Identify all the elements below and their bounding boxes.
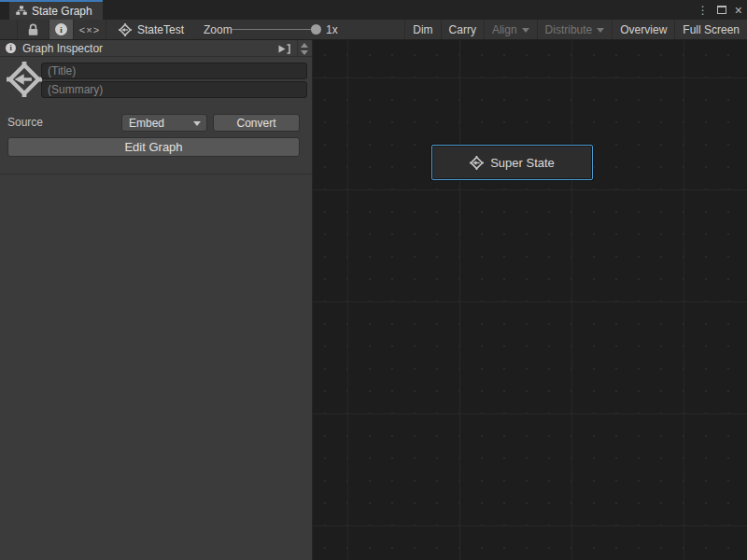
align-button[interactable]: Align xyxy=(484,20,537,39)
dim-button[interactable]: Dim xyxy=(404,20,440,39)
inspector-header: i Graph Inspector xyxy=(0,40,312,57)
graph-canvas[interactable]: Super State xyxy=(313,40,747,560)
expand-to-window-icon xyxy=(277,44,291,54)
distribute-button[interactable]: Distribute xyxy=(537,20,613,39)
zoom-label: Zoom xyxy=(204,20,233,39)
arrow-up-icon[interactable] xyxy=(301,43,308,48)
node-label: Super State xyxy=(490,156,555,170)
dock-panel-button[interactable] xyxy=(275,42,292,55)
overview-button[interactable]: Overview xyxy=(612,20,674,39)
tab-state-graph[interactable]: State Graph xyxy=(9,2,103,20)
source-label: Source xyxy=(7,116,43,129)
inspector-divider xyxy=(0,174,313,175)
carry-label: Carry xyxy=(449,23,476,36)
zoom-slider[interactable] xyxy=(232,20,319,39)
zoom-value: 1x xyxy=(326,20,338,39)
state-machine-icon xyxy=(119,23,132,36)
edit-graph-label: Edit Graph xyxy=(124,140,182,154)
toolbar-right-group: Dim Carry Align Distribute Overview Full… xyxy=(404,20,747,39)
info-icon: i xyxy=(55,23,67,35)
overview-label: Overview xyxy=(620,23,667,36)
chevron-down-icon xyxy=(597,28,604,33)
state-graph-window: State Graph ⋮ × i <×> xyxy=(0,0,747,560)
graph-inspector-panel: i Graph Inspector Source xyxy=(0,40,313,560)
full-screen-button[interactable]: Full Screen xyxy=(674,20,747,39)
state-machine-icon xyxy=(470,156,484,170)
convert-button[interactable]: Convert xyxy=(213,114,300,132)
source-dropdown[interactable]: Embed xyxy=(121,114,207,132)
graph-name: StateTest xyxy=(137,23,184,36)
dim-label: Dim xyxy=(413,23,432,36)
close-icon[interactable]: × xyxy=(735,4,742,17)
convert-label: Convert xyxy=(236,117,275,130)
align-label: Align xyxy=(492,23,517,36)
carry-button[interactable]: Carry xyxy=(441,20,484,39)
window-controls: ⋮ × xyxy=(698,0,742,20)
full-screen-label: Full Screen xyxy=(683,23,740,36)
distribute-label: Distribute xyxy=(545,23,593,36)
panel-scroll-arrows[interactable] xyxy=(297,40,311,57)
arrow-down-icon[interactable] xyxy=(301,50,308,55)
edit-graph-button[interactable]: Edit Graph xyxy=(7,137,300,157)
info-icon: i xyxy=(6,43,16,53)
window-menu-icon[interactable]: ⋮ xyxy=(698,5,709,16)
code-view-button[interactable]: <×> xyxy=(73,20,106,39)
title-field[interactable] xyxy=(41,63,307,79)
chevron-down-icon xyxy=(193,121,201,126)
chevron-down-icon xyxy=(522,28,529,33)
graph-breadcrumb[interactable]: StateTest xyxy=(119,20,184,39)
tab-title: State Graph xyxy=(32,5,92,18)
zoom-slider-track xyxy=(232,29,319,30)
lock-icon xyxy=(27,23,39,36)
title-bar: State Graph ⋮ × xyxy=(0,0,747,20)
maximize-icon[interactable] xyxy=(717,6,726,14)
inspector-title: Graph Inspector xyxy=(22,42,103,55)
source-dropdown-value: Embed xyxy=(122,117,193,130)
summary-field[interactable] xyxy=(41,81,307,98)
state-machine-icon xyxy=(7,62,42,97)
zoom-slider-knob[interactable] xyxy=(311,24,321,35)
graph-toolbar: i <×> StateTest Zoom 1x Dim xyxy=(0,20,747,40)
info-toggle-button[interactable]: i xyxy=(49,20,73,39)
code-icon: <×> xyxy=(79,24,100,35)
super-state-node[interactable]: Super State xyxy=(431,145,593,180)
graph-hierarchy-icon xyxy=(16,6,27,16)
lock-button[interactable] xyxy=(17,20,49,39)
